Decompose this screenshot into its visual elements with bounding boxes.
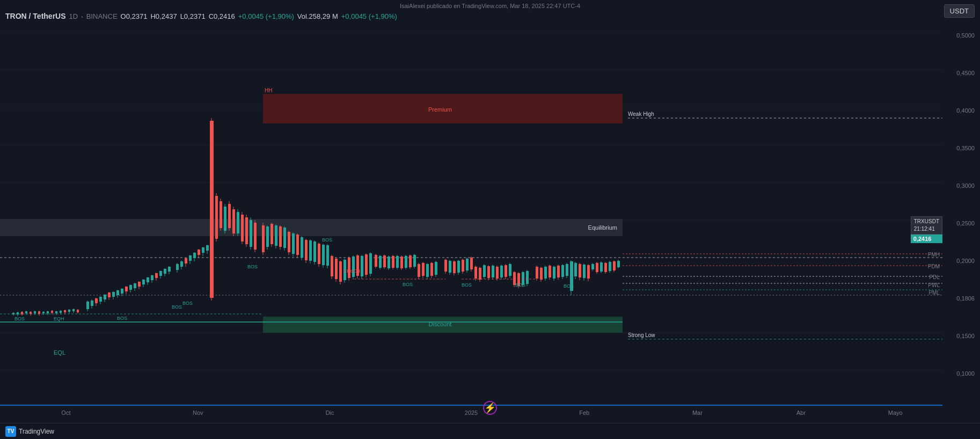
pdl-label: PDL xyxy=(930,274,940,280)
svg-rect-316 xyxy=(617,261,620,267)
svg-rect-138 xyxy=(241,215,244,242)
pmh-label: PMH xyxy=(928,252,940,258)
time-label-feb: Feb xyxy=(579,409,589,416)
svg-rect-204 xyxy=(379,256,382,268)
svg-rect-240 xyxy=(457,261,460,273)
svg-rect-120 xyxy=(202,247,204,253)
svg-rect-210 xyxy=(392,256,394,268)
price-label-01: 0,1000 xyxy=(956,370,977,377)
svg-rect-130 xyxy=(224,207,226,231)
symbol-info: TRON / TetherUS 1D· BINANCE O0,2371 H0,2… xyxy=(5,12,397,20)
tradingview-logo[interactable]: TV TradingView xyxy=(5,426,54,437)
time-label-oct: Oct xyxy=(61,409,70,416)
svg-rect-149 xyxy=(266,226,269,247)
svg-rect-230 xyxy=(435,262,437,275)
chart-container: TRON / TetherUS 1D· BINANCE O0,2371 H0,2… xyxy=(0,0,980,439)
svg-rect-112 xyxy=(185,258,187,264)
svg-rect-224 xyxy=(422,263,425,276)
trxusdt-price-box: TRXUSDT 21:12:41 0,2416 xyxy=(911,216,942,243)
svg-rect-256 xyxy=(492,266,494,277)
svg-rect-260 xyxy=(500,266,503,277)
svg-rect-197 xyxy=(369,253,372,274)
svg-rect-216 xyxy=(405,256,407,268)
svg-rect-84 xyxy=(125,287,128,291)
svg-rect-220 xyxy=(413,255,416,267)
svg-rect-144 xyxy=(254,223,257,250)
svg-text:BOS: BOS xyxy=(14,316,25,321)
svg-rect-90 xyxy=(138,282,141,287)
svg-rect-36 xyxy=(21,312,23,314)
svg-rect-244 xyxy=(466,259,469,270)
svg-text:BOS: BOS xyxy=(322,237,332,243)
svg-text:EQH: EQH xyxy=(54,316,64,321)
svg-rect-147 xyxy=(262,225,265,252)
svg-rect-13 xyxy=(0,219,623,236)
svg-rect-303 xyxy=(591,264,594,269)
svg-rect-165 xyxy=(301,237,303,258)
time-label-mar: Mar xyxy=(692,409,703,416)
svg-rect-310 xyxy=(604,263,607,272)
svg-rect-173 xyxy=(318,244,320,264)
svg-rect-281 xyxy=(544,267,547,279)
svg-rect-82 xyxy=(121,289,123,294)
svg-rect-118 xyxy=(198,250,200,255)
svg-rect-114 xyxy=(189,255,192,261)
svg-rect-189 xyxy=(352,257,355,277)
pml-label: PML xyxy=(928,290,940,296)
svg-rect-218 xyxy=(409,255,412,267)
svg-rect-212 xyxy=(396,256,399,268)
svg-rect-142 xyxy=(250,220,252,247)
volume-label: Vol.258,29 M xyxy=(297,12,338,20)
svg-rect-238 xyxy=(453,261,456,273)
svg-rect-297 xyxy=(579,264,581,277)
trxusdt-time-label: 21:12:41 xyxy=(914,225,939,233)
svg-rect-88 xyxy=(134,283,136,288)
svg-rect-48 xyxy=(47,311,49,313)
svg-rect-246 xyxy=(470,258,473,269)
pwl-label: PWL xyxy=(928,282,940,288)
svg-text:Weak High: Weak High xyxy=(628,111,654,117)
svg-rect-234 xyxy=(444,260,447,272)
pdm-label: PDM xyxy=(928,264,940,269)
svg-rect-80 xyxy=(116,290,119,295)
price-label-045: 0,4500 xyxy=(956,70,977,76)
lightning-icon[interactable]: ⚡ xyxy=(483,401,497,415)
svg-rect-226 xyxy=(426,264,429,277)
timeframe-label: 1D xyxy=(69,12,78,20)
svg-rect-179 xyxy=(331,256,333,276)
svg-rect-175 xyxy=(322,245,325,265)
x-axis: Oct Nov Dic 2025 Feb Mar Abr Mayo xyxy=(0,409,942,423)
svg-rect-140 xyxy=(245,217,248,244)
svg-rect-171 xyxy=(313,242,316,262)
time-label-nov: Nov xyxy=(193,409,203,416)
time-label-dic: Dic xyxy=(326,409,334,416)
svg-rect-38 xyxy=(25,311,27,313)
svg-rect-295 xyxy=(574,263,577,276)
svg-rect-96 xyxy=(151,275,153,280)
svg-rect-279 xyxy=(540,268,543,280)
svg-rect-58 xyxy=(68,310,70,312)
price-label-035: 0,3500 xyxy=(956,145,977,151)
svg-rect-70 xyxy=(95,298,98,303)
svg-rect-291 xyxy=(566,264,568,276)
svg-rect-306 xyxy=(596,263,598,272)
bottom-bar: TV TradingView xyxy=(0,423,980,439)
svg-rect-183 xyxy=(339,261,342,282)
svg-rect-108 xyxy=(176,264,179,270)
svg-rect-312 xyxy=(609,262,611,271)
svg-rect-157 xyxy=(283,228,286,248)
svg-rect-177 xyxy=(326,245,329,266)
tv-icon: TV xyxy=(5,426,16,437)
svg-rect-262 xyxy=(504,265,507,277)
chart-header: TRON / TetherUS 1D· BINANCE O0,2371 H0,2… xyxy=(0,0,980,32)
svg-rect-248 xyxy=(474,267,477,279)
svg-rect-155 xyxy=(279,226,282,247)
symbol-pair: TRON / TetherUS xyxy=(5,12,66,20)
svg-rect-308 xyxy=(600,262,603,272)
svg-text:BOS: BOS xyxy=(403,282,413,287)
time-label-mayo: Mayo xyxy=(888,409,903,416)
price-label-02: 0,2000 xyxy=(956,258,977,264)
tradingview-text: TradingView xyxy=(19,428,54,435)
currency-badge[interactable]: USDT xyxy=(944,4,975,18)
low-label: L0,2371 xyxy=(180,12,206,20)
